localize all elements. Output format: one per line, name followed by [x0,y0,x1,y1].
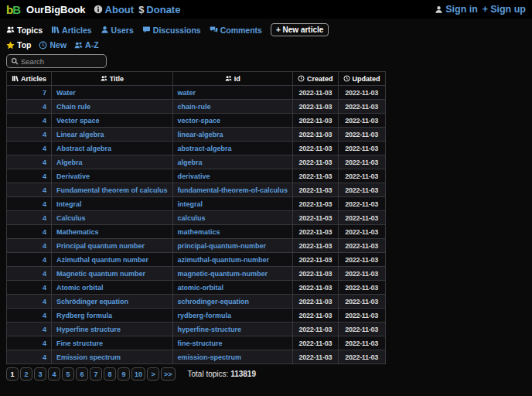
tab-users[interactable]: Users [101,26,134,35]
donate-link[interactable]: $ Donate [138,4,180,15]
header-articles[interactable]: Articles [7,72,52,86]
topic-id-link[interactable]: principal-quantum-number [178,242,267,250]
article-count-link[interactable]: 4 [43,284,46,292]
topic-id-link[interactable]: atomic-orbital [178,284,224,292]
topic-id-link[interactable]: rydberg-formula [178,312,232,319]
topic-title-link[interactable]: Azimuthal quantum number [56,256,148,264]
topic-id-link[interactable]: chain-rule [178,103,211,111]
topic-title-link[interactable]: Schrödinger equation [56,298,128,306]
article-count-link[interactable]: 4 [43,340,46,347]
tab-discussions[interactable]: Discussions [142,26,201,35]
topic-title-link[interactable]: Linear algebra [56,131,104,138]
article-count-link[interactable]: 4 [43,200,46,208]
article-count-link[interactable]: 4 [43,256,46,264]
topic-id-link[interactable]: magnetic-quantum-number [178,270,268,278]
updated-cell: 2022-11-03 [338,142,385,155]
id-cell: fundamental-theorem-of-calculus [172,183,293,197]
id-cell: azimuthal-quantum-number [172,253,293,267]
topic-title-link[interactable]: Magnetic quantum number [56,270,145,278]
tab-topics[interactable]: Topics [6,26,43,35]
article-count-link[interactable]: 4 [43,117,46,125]
topic-id-link[interactable]: azimuthal-quantum-number [178,256,270,264]
search-input[interactable] [21,57,102,66]
article-count-link[interactable]: 4 [43,228,46,236]
topic-title-link[interactable]: Calculus [56,214,86,222]
topic-title-link[interactable]: Atomic orbital [56,284,104,292]
article-count-link[interactable]: 4 [43,131,46,138]
topic-title-link[interactable]: Fine structure [56,340,103,347]
sort-top[interactable]: Top [6,40,31,50]
article-count-link[interactable]: 4 [43,145,46,152]
page-button-4[interactable]: 4 [48,367,60,381]
header-title[interactable]: Title [52,72,173,86]
topic-title-link[interactable]: Mathematics [56,228,99,236]
topic-id-link[interactable]: fundamental-theorem-of-calculus [178,186,288,194]
article-count-link[interactable]: 4 [43,270,46,278]
page-button-3[interactable]: 3 [34,367,46,381]
table-header-row: Articles Title Id Created Updated [7,72,386,86]
tab-comments[interactable]: Comments [210,26,262,35]
topic-id-link[interactable]: schrodinger-equation [178,298,250,306]
article-count-link[interactable]: 4 [43,186,46,194]
pagination-next-button[interactable]: > [147,367,159,381]
sort-new[interactable]: New [39,40,66,50]
topic-title-link[interactable]: Derivative [56,172,90,180]
about-link[interactable]: About [94,4,135,15]
header-id[interactable]: Id [172,72,293,86]
sign-up-link[interactable]: + Sign up [483,4,526,15]
article-count-link[interactable]: 4 [43,298,46,306]
article-count-link[interactable]: 4 [43,159,46,166]
article-count-link[interactable]: 4 [43,103,46,111]
topic-title-link[interactable]: Abstract algebra [56,145,111,152]
topic-title-link[interactable]: Chain rule [56,103,90,111]
topic-title-link[interactable]: Rydberg formula [56,312,112,319]
article-count-link[interactable]: 4 [43,172,46,180]
topic-id-link[interactable]: abstract-algebra [178,145,232,152]
article-count-link[interactable]: 4 [43,353,46,361]
topic-id-link[interactable]: integral [178,200,203,208]
pagination-last-button[interactable]: >> [161,367,176,381]
topic-id-link[interactable]: emission-spectrum [178,353,242,361]
page-button-5[interactable]: 5 [62,367,74,381]
topic-title-link[interactable]: Principal quantum number [56,242,145,250]
topic-id-link[interactable]: fine-structure [178,340,223,347]
topic-id-link[interactable]: mathematics [178,228,220,236]
topic-title-link[interactable]: Fundamental theorem of calculus [56,186,168,194]
topic-title-link[interactable]: Water [56,89,76,97]
sort-az[interactable]: A-Z [74,40,99,50]
article-count-link[interactable]: 7 [43,89,46,97]
search-box[interactable] [6,54,107,68]
brand-title[interactable]: OurBigBook [26,4,86,15]
topic-title-link[interactable]: Hyperfine structure [56,326,121,333]
topic-id-link[interactable]: water [178,89,196,97]
topic-title-link[interactable]: Integral [56,200,82,208]
topic-id-link[interactable]: hyperfine-structure [178,326,242,333]
topic-id-link[interactable]: vector-space [178,117,221,125]
header-updated[interactable]: Updated [338,72,385,86]
created-cell: 2022-11-03 [293,253,339,267]
topic-title-link[interactable]: Vector space [56,117,100,125]
topic-title-link[interactable]: Algebra [56,159,83,166]
page-button-8[interactable]: 8 [104,367,116,381]
page-button-1[interactable]: 1 [6,367,19,381]
article-count-link[interactable]: 4 [43,312,46,319]
topic-title-link[interactable]: Emission spectrum [56,353,121,361]
tab-articles[interactable]: Articles [51,26,92,35]
sign-in-link[interactable]: Sign in [435,4,478,15]
header-created[interactable]: Created [293,72,339,86]
article-count-link[interactable]: 4 [43,214,46,222]
page-button-6[interactable]: 6 [76,367,88,381]
article-count-link[interactable]: 4 [43,326,46,333]
page-button-2[interactable]: 2 [20,367,32,381]
speech-bubble-icon [142,26,151,34]
article-count-link[interactable]: 4 [43,242,46,250]
topic-id-link[interactable]: algebra [178,159,203,166]
topic-id-link[interactable]: derivative [178,172,210,180]
page-button-9[interactable]: 9 [118,367,130,381]
new-article-button[interactable]: + New article [271,23,329,36]
app-logo[interactable]: bB [6,3,20,16]
topic-id-link[interactable]: linear-algebra [178,131,223,138]
topic-id-link[interactable]: calculus [178,214,206,222]
page-button-7[interactable]: 7 [90,367,102,381]
page-button-10[interactable]: 10 [131,367,145,381]
